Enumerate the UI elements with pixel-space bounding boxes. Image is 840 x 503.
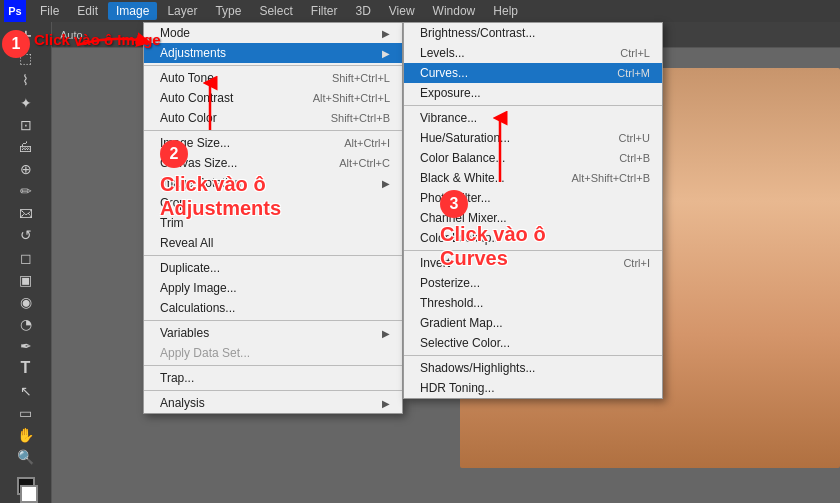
submenu-gradient-map[interactable]: Gradient Map... — [404, 313, 662, 333]
submenu-hue-saturation[interactable]: Hue/Saturation... Ctrl+U — [404, 128, 662, 148]
mode-arrow-icon: ▶ — [382, 28, 390, 39]
menu-item-adjustments[interactable]: Adjustments ▶ — [144, 43, 402, 63]
menu-help[interactable]: Help — [485, 2, 526, 20]
menu-image[interactable]: Image — [108, 2, 157, 20]
clone-stamp-tool[interactable]: 🖂 — [13, 203, 39, 223]
menu-item-duplicate[interactable]: Duplicate... — [144, 258, 402, 278]
move-tool[interactable]: ✛ — [13, 26, 39, 46]
menu-bar: Ps File Edit Image Layer Type Select Fil… — [0, 0, 840, 22]
menu-item-image-rotation[interactable]: Image Rotation ▶ — [144, 173, 402, 193]
sep4 — [144, 320, 402, 321]
menu-item-trap[interactable]: Trap... — [144, 368, 402, 388]
menu-item-analysis[interactable]: Analysis ▶ — [144, 393, 402, 413]
submenu-brightness-contrast[interactable]: Brightness/Contrast... — [404, 23, 662, 43]
lasso-tool[interactable]: ⌇ — [13, 70, 39, 90]
menu-item-crop[interactable]: Crop — [144, 193, 402, 213]
menu-3d[interactable]: 3D — [347, 2, 378, 20]
submenu-invert[interactable]: Invert Ctrl+I — [404, 253, 662, 273]
adjustments-arrow-icon: ▶ — [382, 48, 390, 59]
eraser-tool[interactable]: ◻ — [13, 248, 39, 268]
text-tool[interactable]: T — [13, 358, 39, 378]
menu-layer[interactable]: Layer — [159, 2, 205, 20]
menu-item-auto-tone[interactable]: Auto Tone Shift+Ctrl+L — [144, 68, 402, 88]
menu-item-apply-data-set: Apply Data Set... — [144, 343, 402, 363]
menu-item-variables[interactable]: Variables ▶ — [144, 323, 402, 343]
variables-arrow-icon: ▶ — [382, 328, 390, 339]
menu-type[interactable]: Type — [207, 2, 249, 20]
menu-filter[interactable]: Filter — [303, 2, 346, 20]
submenu-hdr-toning[interactable]: HDR Toning... — [404, 378, 662, 398]
history-brush-tool[interactable]: ↺ — [13, 225, 39, 245]
menu-item-mode[interactable]: Mode ▶ — [144, 23, 402, 43]
crop-tool[interactable]: ⊡ — [13, 115, 39, 135]
healing-brush-tool[interactable]: ⊕ — [13, 159, 39, 179]
menu-view[interactable]: View — [381, 2, 423, 20]
submenu-selective-color[interactable]: Selective Color... — [404, 333, 662, 353]
left-toolbar: ✛ ⬚ ⌇ ✦ ⊡ 🖮 ⊕ ✏ 🖂 ↺ ◻ ▣ ◉ ◔ ✒ T ↖ ▭ ✋ 🔍 — [0, 22, 52, 503]
submenu-color-balance[interactable]: Color Balance... Ctrl+B — [404, 148, 662, 168]
pen-tool[interactable]: ✒ — [13, 336, 39, 356]
analysis-arrow-icon: ▶ — [382, 398, 390, 409]
sep1 — [144, 65, 402, 66]
menu-item-calculations[interactable]: Calculations... — [144, 298, 402, 318]
submenu-channel-mixer[interactable]: Channel Mixer... — [404, 208, 662, 228]
sep2 — [144, 130, 402, 131]
selection-tool[interactable]: ⬚ — [13, 48, 39, 68]
submenu-shadows-highlights[interactable]: Shadows/Highlights... — [404, 358, 662, 378]
blur-tool[interactable]: ◉ — [13, 292, 39, 312]
adj-sep1 — [404, 105, 662, 106]
hand-tool[interactable]: ✋ — [13, 425, 39, 445]
submenu-posterize[interactable]: Posterize... — [404, 273, 662, 293]
shape-tool[interactable]: ▭ — [13, 403, 39, 423]
dodge-tool[interactable]: ◔ — [13, 314, 39, 334]
magic-wand-tool[interactable]: ✦ — [13, 92, 39, 112]
adj-sep3 — [404, 355, 662, 356]
path-selection-tool[interactable]: ↖ — [13, 381, 39, 401]
submenu-vibrance[interactable]: Vibrance... — [404, 108, 662, 128]
adj-sep2 — [404, 250, 662, 251]
menu-item-image-size[interactable]: Image Size... Alt+Ctrl+I — [144, 133, 402, 153]
menu-item-reveal-all[interactable]: Reveal All — [144, 233, 402, 253]
menu-item-trim[interactable]: Trim — [144, 213, 402, 233]
menu-item-auto-color[interactable]: Auto Color Shift+Ctrl+B — [144, 108, 402, 128]
gradient-tool[interactable]: ▣ — [13, 270, 39, 290]
sep3 — [144, 255, 402, 256]
sep5 — [144, 365, 402, 366]
submenu-levels[interactable]: Levels... Ctrl+L — [404, 43, 662, 63]
menu-item-apply-image[interactable]: Apply Image... — [144, 278, 402, 298]
menu-select[interactable]: Select — [251, 2, 300, 20]
menu-item-canvas-size[interactable]: Canvas Size... Alt+Ctrl+C — [144, 153, 402, 173]
submenu-photo-filter[interactable]: Photo Filter... — [404, 188, 662, 208]
menu-item-auto-contrast[interactable]: Auto Contrast Alt+Shift+Ctrl+L — [144, 88, 402, 108]
ps-logo: Ps — [4, 0, 26, 22]
submenu-threshold[interactable]: Threshold... — [404, 293, 662, 313]
submenu-color-lookup[interactable]: Color Lookup... — [404, 228, 662, 248]
eyedropper-tool[interactable]: 🖮 — [13, 137, 39, 157]
background-color[interactable] — [20, 485, 38, 503]
brush-tool[interactable]: ✏ — [13, 181, 39, 201]
image-dropdown-menu: Mode ▶ Adjustments ▶ Auto Tone Shift+Ctr… — [143, 22, 403, 414]
menu-edit[interactable]: Edit — [69, 2, 106, 20]
submenu-black-white[interactable]: Black & White... Alt+Shift+Ctrl+B — [404, 168, 662, 188]
adjustments-submenu: Brightness/Contrast... Levels... Ctrl+L … — [403, 22, 663, 399]
menu-file[interactable]: File — [32, 2, 67, 20]
menu-window[interactable]: Window — [425, 2, 484, 20]
submenu-exposure[interactable]: Exposure... — [404, 83, 662, 103]
image-rotation-arrow-icon: ▶ — [382, 178, 390, 189]
sep6 — [144, 390, 402, 391]
submenu-curves[interactable]: Curves... Ctrl+M — [404, 63, 662, 83]
zoom-tool[interactable]: 🔍 — [13, 447, 39, 467]
options-auto-label: Auto — [60, 29, 83, 41]
